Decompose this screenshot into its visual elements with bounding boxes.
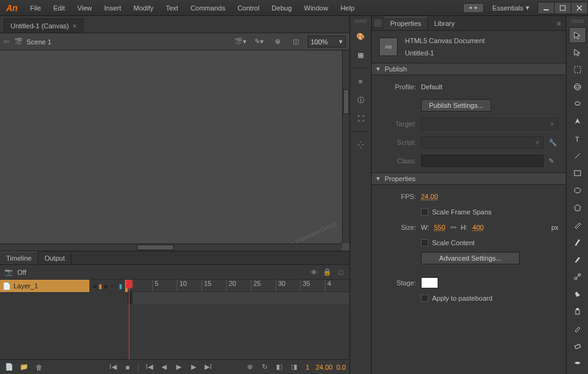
new-folder-icon[interactable]: 📁 [18,362,30,373]
outline-color-icon[interactable]: ▮ [119,283,123,290]
width-tool[interactable] [569,355,586,371]
oval-tool[interactable] [569,182,586,198]
tab-output[interactable]: Output [38,252,71,264]
prev-icon[interactable]: ◀ [92,283,97,290]
fps-display[interactable]: 24.00 [316,364,333,371]
color-panel-icon[interactable]: 🎨 [352,28,369,44]
paint-bucket-tool[interactable] [569,286,586,302]
eye-icon[interactable]: 👁 [309,269,319,276]
back-icon[interactable]: ⇦ [4,38,9,46]
tab-properties[interactable]: Properties [384,17,428,30]
menu-file[interactable]: File [24,0,47,16]
menu-control[interactable]: Control [231,0,265,16]
zoom-control[interactable]: ▾ [308,36,346,47]
layer-name[interactable]: Layer_1 [14,282,87,290]
width-value[interactable]: 550 [434,224,445,231]
menu-window[interactable]: Window [298,0,334,16]
first-frame-icon[interactable]: I◀ [144,362,155,373]
align-panel-icon[interactable]: ≡ [352,73,369,89]
edit-scene-icon[interactable]: 🎬▾ [234,36,247,48]
fps-value[interactable]: 24.00 [421,193,438,200]
grip-icon[interactable] [374,20,382,27]
swatches-panel-icon[interactable]: ▦ [352,47,369,63]
section-properties-header[interactable]: ▼ Properties [372,173,566,185]
edit-icon[interactable]: ✎ [549,157,558,165]
info-panel-icon[interactable]: ⓘ [352,92,369,108]
new-layer-icon[interactable]: 📄 [4,362,15,373]
free-transform-tool[interactable] [569,62,586,78]
grip-icon[interactable] [354,20,367,23]
link-icon[interactable]: ⚯ [451,224,456,232]
menu-debug[interactable]: Debug [266,0,298,16]
tab-timeline[interactable]: Timeline [0,251,38,264]
stop-icon[interactable]: ■ [122,362,133,373]
frame-grid[interactable]: 1s 1 5 10 15 20 25 30 35 4 [128,280,349,359]
layer-row[interactable]: 📄 Layer_1 ◀ ▮ ▶ • • ▮ [0,280,128,292]
menu-commands[interactable]: Commands [184,0,231,16]
close-tab-icon[interactable]: × [73,22,76,30]
center-frame-icon[interactable]: ⊕ [244,362,255,373]
lasso-tool[interactable] [569,96,586,112]
class-input[interactable] [421,155,544,167]
dot-icon[interactable]: • [111,283,113,290]
current-frame[interactable]: 1 [303,364,312,371]
document-tab[interactable]: Untitled-1 (Canvas) × [4,18,83,33]
last-frame-icon[interactable]: ▶I [203,362,214,373]
height-value[interactable]: 400 [473,224,484,231]
brush-tool[interactable] [569,234,586,250]
components-panel-icon[interactable]: ⁛ [352,137,369,153]
scrollbar-horizontal[interactable] [0,243,342,251]
menu-view[interactable]: View [71,0,98,16]
menu-insert[interactable]: Insert [98,0,128,16]
scale-frame-spans-checkbox[interactable] [421,208,428,216]
prev-frame-icon[interactable]: ◀ [158,362,169,373]
line-tool[interactable] [569,148,586,164]
frame-row[interactable] [128,292,349,304]
frame-ruler[interactable]: 1 5 10 15 20 25 30 35 4 [128,280,349,292]
eraser-tool[interactable] [569,338,586,354]
grip-icon[interactable] [571,20,584,23]
onion-outline-icon[interactable]: ◨ [288,362,300,373]
stage-canvas[interactable]: AppNee Freeware Group [0,51,349,251]
sync-button[interactable]: ✦✦ [463,3,484,13]
bone-tool[interactable] [569,269,586,285]
pencil-tool[interactable] [569,217,586,233]
outline-icon[interactable]: □ [336,269,346,276]
wrench-icon[interactable]: 🔧 [549,139,558,147]
scale-content-checkbox[interactable] [421,239,428,246]
camera-icon[interactable]: 📷 [4,268,14,276]
subselection-tool[interactable] [569,44,586,60]
next-frame-icon[interactable]: ▶ [188,362,199,373]
polystar-tool[interactable] [569,200,586,216]
dot-icon[interactable]: • [115,283,117,290]
apply-pasteboard-checkbox[interactable] [421,295,428,302]
menu-edit[interactable]: Edit [47,0,71,16]
scene-crumb[interactable]: 🎬 Scene 1 [14,38,51,46]
next-icon[interactable]: ▶ [104,283,109,290]
onion-skin-icon[interactable]: ◧ [274,362,285,373]
lock-icon[interactable]: 🔒 [322,268,332,276]
scrollbar-vertical[interactable] [342,51,349,243]
menu-modify[interactable]: Modify [128,0,160,16]
edit-symbols-icon[interactable]: ✎▾ [252,36,266,48]
goto-first-icon[interactable]: I◀ [107,362,118,373]
advanced-settings-button[interactable]: Advanced Settings... [421,252,520,264]
eyedropper-tool[interactable] [569,320,586,336]
playhead[interactable] [129,280,129,359]
pen-tool[interactable] [569,113,586,129]
text-tool[interactable]: T [569,131,586,147]
menu-text[interactable]: Text [160,0,184,16]
menu-help[interactable]: Help [334,0,361,16]
selection-tool[interactable] [569,27,586,43]
rectangle-tool[interactable] [569,165,586,181]
panel-menu-icon[interactable]: ≡ [552,20,566,27]
delete-layer-icon[interactable]: 🗑 [33,362,44,373]
tab-library[interactable]: Library [428,17,461,30]
chevron-down-icon[interactable]: ▾ [339,38,343,46]
center-stage-icon[interactable]: ⊕ [271,36,284,48]
close-button[interactable] [571,2,588,14]
workspace-switcher[interactable]: Essentials ▾ [488,4,534,12]
minimize-button[interactable] [537,2,555,14]
transform-panel-icon[interactable]: ⛶ [352,110,369,126]
play-icon[interactable]: ▶ [173,362,184,373]
